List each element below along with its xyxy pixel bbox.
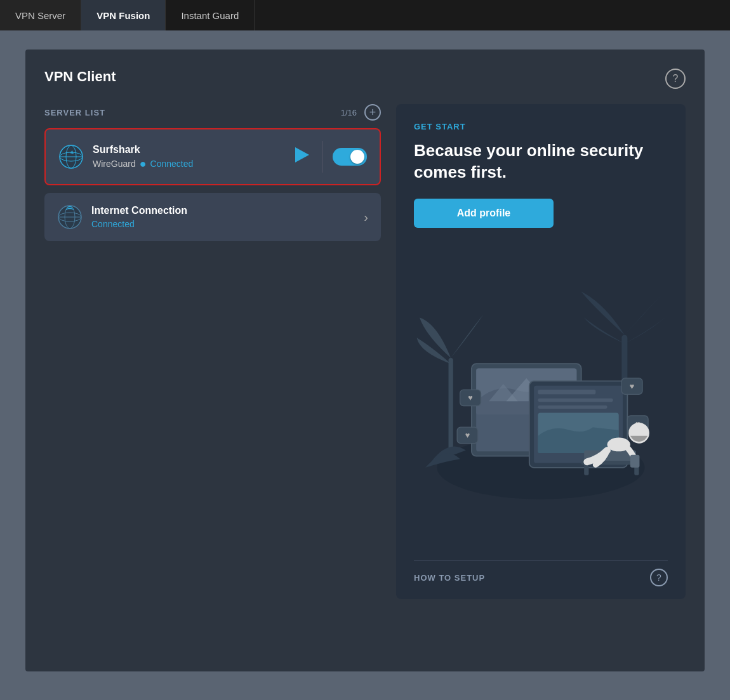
- internet-status: Connected: [91, 219, 135, 229]
- right-panel-footer: HOW TO SETUP ?: [414, 560, 668, 586]
- page-title: VPN Client: [44, 69, 686, 85]
- promo-svg: ♥ ♥ ♥ ♥: [414, 289, 668, 508]
- tab-vpn-server[interactable]: VPN Server: [0, 0, 81, 30]
- status-dot: ●: [140, 158, 147, 169]
- connect-arrow-button[interactable]: [291, 145, 312, 169]
- server-count: 1/16: [341, 108, 357, 117]
- promo-title: Because your online security comes first…: [414, 140, 668, 183]
- surfshark-name: Surfshark: [93, 144, 291, 155]
- main-content: VPN Client ? SERVER LIST 1/16 +: [25, 50, 705, 671]
- add-profile-button[interactable]: Add profile: [414, 199, 554, 228]
- svg-rect-20: [538, 399, 613, 402]
- svg-rect-10: [449, 358, 453, 450]
- svg-rect-33: [584, 464, 588, 475]
- how-to-setup-label: HOW TO SETUP: [414, 573, 485, 583]
- promo-illustration: ♥ ♥ ♥ ♥: [414, 247, 668, 550]
- top-navigation: VPN Server VPN Fusion Instant Guard: [0, 0, 730, 30]
- tab-vpn-fusion[interactable]: VPN Fusion: [81, 0, 166, 30]
- help-icon-top[interactable]: ?: [665, 69, 686, 89]
- divider: [322, 141, 322, 173]
- surfshark-server-card[interactable]: Surfshark WireGuard ● Connected: [44, 128, 381, 185]
- svg-marker-4: [295, 147, 309, 162]
- two-column-layout: SERVER LIST 1/16 +: [44, 104, 686, 599]
- svg-text:♥: ♥: [468, 393, 473, 402]
- server-list-label: SERVER LIST: [44, 108, 341, 117]
- surfshark-status: Connected: [150, 159, 194, 169]
- toggle-thumb: [350, 150, 364, 164]
- svg-text:♥: ♥: [630, 381, 635, 391]
- internet-sub: Connected: [91, 219, 364, 229]
- surfshark-card-info: Surfshark WireGuard ● Connected: [93, 144, 291, 169]
- surfshark-toggle[interactable]: [333, 148, 367, 166]
- svg-rect-37: [630, 455, 640, 468]
- internet-icon: [57, 204, 83, 230]
- right-panel: GET START Because your online security c…: [396, 104, 686, 599]
- add-server-button[interactable]: +: [364, 104, 381, 121]
- internet-connection-card[interactable]: Internet Connection Connected ›: [44, 193, 381, 241]
- tab-instant-guard[interactable]: Instant Guard: [166, 0, 255, 30]
- chevron-right-icon: ›: [364, 210, 368, 225]
- help-icon-bottom[interactable]: ?: [650, 569, 668, 586]
- svg-rect-19: [538, 390, 595, 394]
- svg-rect-21: [538, 406, 607, 409]
- internet-name: Internet Connection: [91, 205, 364, 216]
- svg-text:♥: ♥: [465, 431, 470, 440]
- internet-card-info: Internet Connection Connected: [91, 205, 364, 229]
- wireguard-label: WireGuard: [93, 159, 136, 169]
- get-start-label: GET START: [414, 122, 668, 131]
- left-panel: SERVER LIST 1/16 +: [44, 104, 381, 599]
- server-list-header: SERVER LIST 1/16 +: [44, 104, 381, 121]
- surfshark-sub: WireGuard ● Connected: [93, 158, 291, 169]
- surfshark-actions: [291, 141, 367, 173]
- surfshark-icon: [58, 144, 84, 169]
